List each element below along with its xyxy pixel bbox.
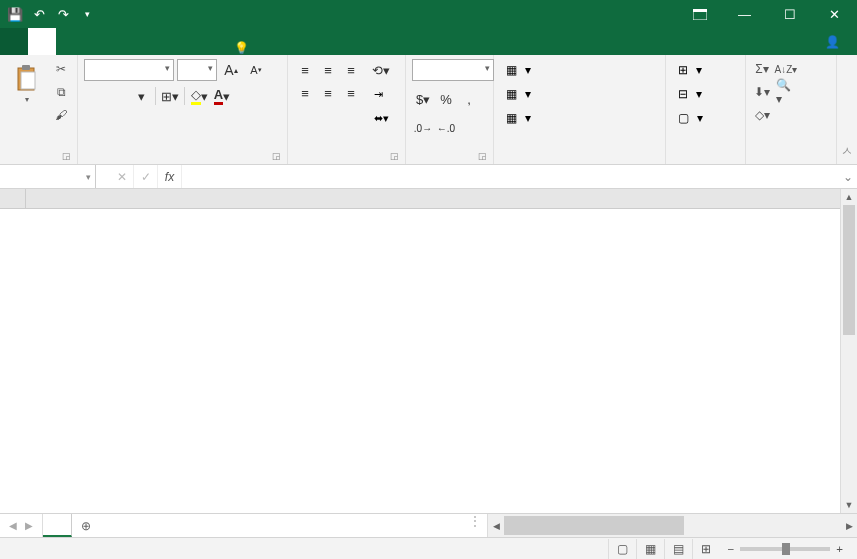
copy-icon[interactable]: ⧉ xyxy=(51,82,71,102)
share-button[interactable]: 👤 xyxy=(813,29,857,55)
undo-icon[interactable]: ↶ xyxy=(30,5,48,23)
insert-function-icon[interactable]: fx xyxy=(158,165,182,188)
cell-styles-button[interactable]: ▦▾ xyxy=(500,107,537,129)
font-dialog-launcher[interactable]: ◲ xyxy=(272,151,281,161)
font-color-icon[interactable]: A▾ xyxy=(211,85,233,107)
zoom-in-icon[interactable]: + xyxy=(836,543,843,555)
sheet-nav-next-icon[interactable]: ▶ xyxy=(22,520,36,531)
cut-icon[interactable]: ✂ xyxy=(51,59,71,79)
insert-cells-button[interactable]: ⊞▾ xyxy=(672,59,709,81)
format-cells-button[interactable]: ▢▾ xyxy=(672,107,709,129)
tab-file[interactable] xyxy=(0,28,28,55)
minimize-button[interactable]: — xyxy=(722,0,767,28)
tab-view[interactable] xyxy=(196,28,224,55)
sheet-nav-prev-icon[interactable]: ◀ xyxy=(6,520,20,531)
fill-icon[interactable]: ⬇▾ xyxy=(752,82,772,102)
tab-insert[interactable] xyxy=(56,28,84,55)
align-top-icon[interactable]: ≡ xyxy=(294,59,316,81)
italic-button[interactable] xyxy=(107,85,129,107)
page-break-view-icon[interactable]: ⊞ xyxy=(692,539,720,559)
cancel-formula-icon[interactable]: ✕ xyxy=(110,165,134,188)
number-dialog-launcher[interactable]: ◲ xyxy=(478,151,487,161)
redo-icon[interactable]: ↷ xyxy=(54,5,72,23)
tell-me-search[interactable]: 💡 xyxy=(234,41,255,55)
underline-button[interactable]: ▾ xyxy=(130,85,152,107)
orientation-icon[interactable]: ⟲▾ xyxy=(370,59,392,81)
close-button[interactable]: ✕ xyxy=(812,0,857,28)
borders-icon[interactable]: ⊞▾ xyxy=(159,85,181,107)
formula-input[interactable] xyxy=(182,165,839,188)
svg-rect-1 xyxy=(693,9,707,12)
title-bar: 💾 ↶ ↷ ▾ — ☐ ✕ xyxy=(0,0,857,28)
increase-font-icon[interactable]: A▴ xyxy=(220,59,242,81)
expand-formula-bar-icon[interactable]: ⌄ xyxy=(839,165,857,188)
tab-review[interactable] xyxy=(168,28,196,55)
delete-cells-icon: ⊟ xyxy=(678,87,688,101)
sheet-tab-active[interactable] xyxy=(43,514,72,537)
align-right-icon[interactable]: ≡ xyxy=(340,82,362,104)
select-all-corner[interactable] xyxy=(0,189,26,208)
vertical-scrollbar[interactable]: ▲ ▼ xyxy=(840,189,857,513)
normal-view-icon[interactable]: ▦ xyxy=(636,539,664,559)
format-painter-icon[interactable]: 🖌 xyxy=(51,105,71,125)
clipboard-dialog-launcher[interactable]: ◲ xyxy=(62,151,71,161)
formula-bar: ✕ ✓ fx ⌄ xyxy=(0,165,857,189)
scroll-left-icon[interactable]: ◀ xyxy=(488,521,504,531)
maximize-button[interactable]: ☐ xyxy=(767,0,812,28)
percent-format-icon[interactable]: % xyxy=(435,88,457,110)
zoom-out-icon[interactable]: − xyxy=(728,543,735,555)
svg-rect-3 xyxy=(22,65,30,70)
save-icon[interactable]: 💾 xyxy=(6,5,24,23)
scroll-right-icon[interactable]: ▶ xyxy=(841,521,857,531)
new-sheet-button[interactable]: ⊕ xyxy=(72,514,100,537)
horizontal-scroll-thumb[interactable] xyxy=(504,516,684,535)
horizontal-scrollbar[interactable]: ◀ ▶ xyxy=(487,514,857,537)
table-icon: ▦ xyxy=(506,87,517,101)
align-center-icon[interactable]: ≡ xyxy=(317,82,339,104)
format-as-table-button[interactable]: ▦▾ xyxy=(500,83,537,105)
autosum-icon[interactable]: Σ▾ xyxy=(752,59,772,79)
zoom-slider[interactable] xyxy=(740,547,830,551)
comma-format-icon[interactable]: , xyxy=(458,88,480,110)
accounting-format-icon[interactable]: $▾ xyxy=(412,88,434,110)
alignment-dialog-launcher[interactable]: ◲ xyxy=(390,151,399,161)
align-left-icon[interactable]: ≡ xyxy=(294,82,316,104)
name-box[interactable] xyxy=(0,165,96,188)
tab-home[interactable] xyxy=(28,28,56,55)
font-name-selector[interactable] xyxy=(84,59,174,81)
tab-data[interactable] xyxy=(140,28,168,55)
number-format-selector[interactable] xyxy=(412,59,494,81)
align-middle-icon[interactable]: ≡ xyxy=(317,59,339,81)
sheet-tab-bar: ◀ ▶ ⊕ ⋮ ◀ ▶ xyxy=(0,513,857,537)
find-select-icon[interactable]: 🔍▾ xyxy=(776,82,796,102)
tab-split-handle[interactable]: ⋮ xyxy=(463,514,487,537)
ribbon-display-options-icon[interactable] xyxy=(677,0,722,28)
qat-dropdown-icon[interactable]: ▾ xyxy=(78,5,96,23)
decrease-font-icon[interactable]: A▾ xyxy=(245,59,267,81)
scroll-down-icon[interactable]: ▼ xyxy=(841,497,857,513)
clear-icon[interactable]: ◇▾ xyxy=(752,105,772,125)
decrease-decimal-icon[interactable]: ←.0 xyxy=(435,117,457,139)
vertical-scroll-thumb[interactable] xyxy=(843,205,855,335)
sort-filter-icon[interactable]: A↓Z▾ xyxy=(776,59,796,79)
enter-formula-icon[interactable]: ✓ xyxy=(134,165,158,188)
tab-page-layout[interactable] xyxy=(84,28,112,55)
merge-center-icon[interactable]: ⬌▾ xyxy=(370,107,393,129)
conditional-formatting-icon: ▦ xyxy=(506,63,517,77)
record-macro-icon[interactable]: ▢ xyxy=(608,539,636,559)
ribbon: ▾ ✂ ⧉ 🖌 ◲ A▴ A▾ ▾ ⊞▾ xyxy=(0,55,857,165)
collapse-ribbon-icon[interactable]: ㅅ xyxy=(837,55,857,164)
increase-decimal-icon[interactable]: .0→ xyxy=(412,117,434,139)
tab-formulas[interactable] xyxy=(112,28,140,55)
bold-button[interactable] xyxy=(84,85,106,107)
paste-button[interactable]: ▾ xyxy=(6,59,47,108)
fill-color-icon[interactable]: ◇▾ xyxy=(188,85,210,107)
align-bottom-icon[interactable]: ≡ xyxy=(340,59,362,81)
wrap-text-icon[interactable]: ⇥ xyxy=(370,83,393,105)
scroll-up-icon[interactable]: ▲ xyxy=(841,189,857,205)
spreadsheet-grid[interactable]: ▲ ▼ xyxy=(0,189,857,513)
font-size-selector[interactable] xyxy=(177,59,217,81)
conditional-formatting-button[interactable]: ▦▾ xyxy=(500,59,537,81)
delete-cells-button[interactable]: ⊟▾ xyxy=(672,83,709,105)
page-layout-view-icon[interactable]: ▤ xyxy=(664,539,692,559)
